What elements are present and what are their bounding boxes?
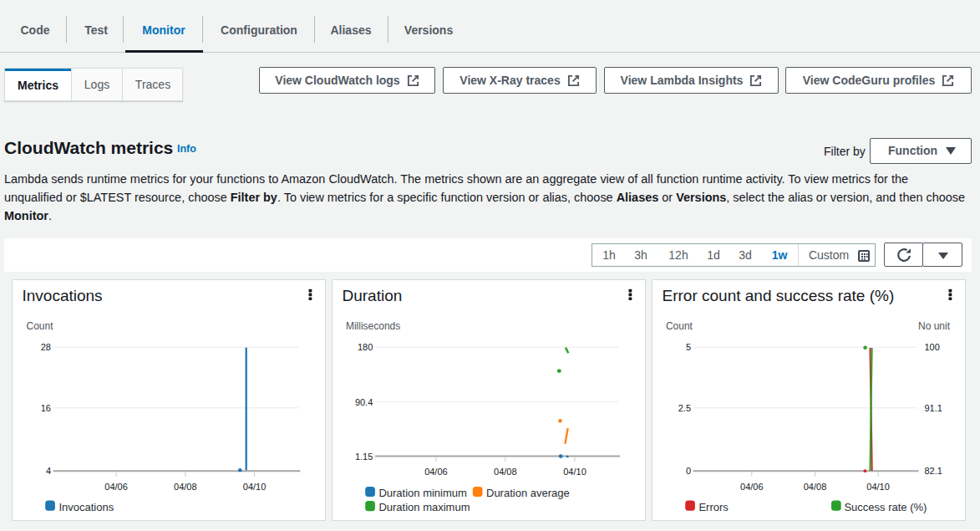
svg-text:16: 16 bbox=[41, 403, 51, 413]
svg-text:28: 28 bbox=[41, 342, 51, 352]
svg-text:Duration average: Duration average bbox=[486, 487, 570, 499]
svg-text:82.1: 82.1 bbox=[925, 466, 942, 476]
svg-text:Invocations: Invocations bbox=[58, 501, 114, 513]
svg-text:Count: Count bbox=[27, 320, 54, 332]
svg-text:Count: Count bbox=[666, 320, 693, 332]
svg-text:Success rate (%): Success rate (%) bbox=[844, 501, 927, 513]
svg-text:04/08: 04/08 bbox=[804, 482, 827, 492]
svg-text:4: 4 bbox=[46, 466, 51, 476]
svg-text:2.5: 2.5 bbox=[678, 403, 691, 413]
svg-text:Errors: Errors bbox=[698, 501, 729, 513]
svg-text:1.15: 1.15 bbox=[355, 452, 373, 462]
svg-text:5: 5 bbox=[686, 342, 691, 352]
svg-text:Duration minimum: Duration minimum bbox=[378, 487, 466, 499]
svg-text:Error count and success rate (: Error count and success rate (%) bbox=[663, 287, 895, 304]
svg-text:04/06: 04/06 bbox=[740, 482, 764, 492]
svg-text:Duration maximum: Duration maximum bbox=[378, 501, 470, 513]
svg-text:0: 0 bbox=[686, 466, 691, 476]
svg-text:Milliseconds: Milliseconds bbox=[346, 320, 400, 332]
svg-text:04/08: 04/08 bbox=[174, 482, 197, 492]
svg-text:No unit: No unit bbox=[918, 320, 951, 332]
svg-text:04/10: 04/10 bbox=[243, 482, 267, 492]
svg-text:180: 180 bbox=[358, 342, 373, 352]
svg-text:04/08: 04/08 bbox=[494, 467, 517, 477]
svg-text:04/10: 04/10 bbox=[866, 482, 890, 492]
svg-text:90.4: 90.4 bbox=[355, 397, 373, 407]
svg-text:04/06: 04/06 bbox=[424, 467, 448, 477]
svg-text:Duration: Duration bbox=[343, 287, 403, 304]
svg-text:Invocations: Invocations bbox=[23, 287, 103, 304]
svg-text:04/10: 04/10 bbox=[563, 467, 586, 477]
svg-text:100: 100 bbox=[925, 342, 940, 352]
svg-text:91.1: 91.1 bbox=[925, 403, 942, 413]
svg-text:04/06: 04/06 bbox=[104, 482, 128, 492]
